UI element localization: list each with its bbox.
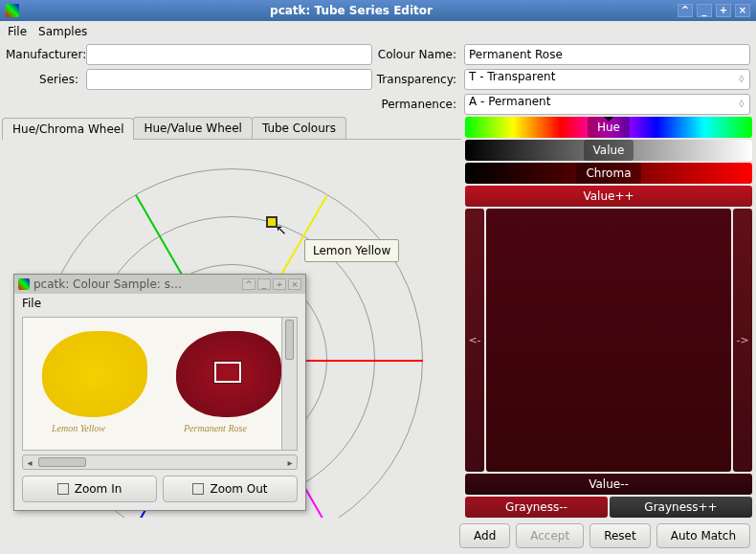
tab-hue-value[interactable]: Hue/Value Wheel [133,117,252,139]
chroma-slider[interactable]: Chroma [465,163,752,184]
menu-samples[interactable]: Samples [38,25,87,38]
subwin-maximize-icon[interactable]: + [273,278,286,290]
app-icon [6,4,19,17]
auto-match-button[interactable]: Auto Match [656,523,750,548]
titlebar-roll-icon[interactable]: ^ [678,4,693,17]
cursor-icon: ↖ [276,222,287,237]
chroma-label: Chroma [576,163,640,184]
grayness-decrease-button[interactable]: Grayness-- [465,497,608,518]
swatch-yellow [42,331,147,417]
manufacturer-input[interactable] [86,44,372,65]
sample-view[interactable]: Lemon Yellow Permanent Rose [22,317,298,451]
reset-button[interactable]: Reset [589,523,651,548]
menubar: File Samples [0,21,756,42]
window-title: pcatk: Tube Series Editor [25,4,678,17]
hscroll-thumb[interactable] [38,457,86,467]
transparency-value: T - Transparent [469,70,555,83]
hue-label: Hue [588,117,630,138]
series-label: Series: [6,73,82,86]
wheel-tooltip: Lemon Yellow [304,239,399,262]
window-titlebar[interactable]: pcatk: Tube Series Editor ^ _ + × [0,0,756,21]
hscroll-right-icon[interactable]: ▸ [283,457,297,468]
subwin-title: pcatk: Colour Sample: s… [33,277,182,291]
subwin-titlebar[interactable]: pcatk: Colour Sample: s… ^ _ + × [14,275,305,294]
permanence-label: Permanence: [376,98,460,111]
grayness-increase-button[interactable]: Grayness++ [610,497,752,518]
subwin-roll-icon[interactable]: ^ [242,278,256,290]
hue-chroma-wheel[interactable]: ↖ Lemon Yellow pcatk: Colour Sample: s… … [2,140,461,518]
subwin-minimize-icon[interactable]: _ [257,278,271,290]
value-increase-button[interactable]: Value++ [465,186,752,207]
value-slider[interactable]: Value [465,140,752,161]
subwin-close-icon[interactable]: × [288,278,301,290]
add-button[interactable]: Add [459,523,510,548]
colour-sample-window[interactable]: pcatk: Colour Sample: s… ^ _ + × File [13,274,306,511]
zoom-in-button[interactable]: Zoom In [22,476,157,502]
colour-name-input[interactable] [464,44,750,65]
series-input[interactable] [86,69,372,90]
tab-tube-colours[interactable]: Tube Colours [252,117,346,139]
hscroll-left-icon[interactable]: ◂ [23,457,36,468]
hue-left-button[interactable]: <- [465,209,484,472]
tabs: Hue/Chroma Wheel Hue/Value Wheel Tube Co… [2,117,461,140]
subwin-menu-file[interactable]: File [22,297,41,310]
swatch-label-2: Permanent Rose [184,423,247,433]
permanence-select[interactable]: A - Permanent [464,94,750,115]
zoom-out-icon [192,483,204,495]
zoom-out-button[interactable]: Zoom Out [163,476,298,502]
colour-preview [486,209,731,472]
subwin-app-icon [18,278,30,290]
swatch-label-1: Lemon Yellow [52,423,105,433]
menu-file[interactable]: File [8,25,27,38]
bottom-bar: Add Accept Reset Auto Match [0,518,756,554]
close-icon[interactable]: × [735,4,750,17]
hue-slider[interactable]: Hue [465,117,752,138]
minimize-icon[interactable]: _ [697,4,712,17]
manufacturer-label: Manufacturer: [6,48,82,61]
sample-vscrollbar[interactable] [281,318,297,450]
selection-box[interactable] [214,362,241,383]
colour-name-label: Colour Name: [376,48,460,61]
maximize-icon[interactable]: + [716,4,731,17]
value-decrease-button[interactable]: Value-- [465,474,752,495]
transparency-select[interactable]: T - Transparent [464,69,750,90]
tab-hue-chroma[interactable]: Hue/Chroma Wheel [2,118,134,140]
zoom-in-icon [57,483,69,495]
value-label: Value [584,140,634,161]
permanence-value: A - Permanent [469,95,550,108]
hue-right-button[interactable]: -> [733,209,752,472]
sample-hscrollbar[interactable]: ◂ ▸ [22,454,298,470]
transparency-label: Transparency: [376,73,460,86]
accept-button[interactable]: Accept [516,523,584,548]
